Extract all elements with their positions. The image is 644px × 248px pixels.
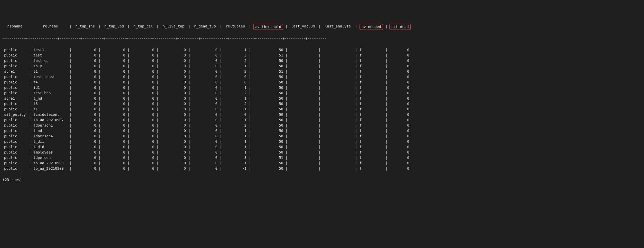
column-separator: | [68,80,73,85]
cell-last_vacuum [289,123,317,128]
column-separator: | [354,90,358,96]
table-row: public|id1|0|0|0|0|0|1|50|||f|0 [2,85,642,90]
cell-relname: id1 [32,85,68,90]
cell-n_tup_upd: 0 [102,160,126,166]
cell-nspname: public [2,107,28,112]
cell-n_live_tup: 0 [160,85,187,90]
table-row: sche1|t1|0|0|0|0|0|3|51|||f|0 [2,69,642,74]
cell-n_tup_del: 0 [131,150,155,155]
column-separator: | [28,112,32,117]
column-separator: | [126,112,131,117]
column-separator: | [155,160,160,166]
cell-n_dead_tup: 0 [192,166,219,171]
highlight-box: av_needed [359,24,383,30]
cell-n_dead_tup: 0 [192,150,219,155]
cell-relname: t_nd [32,96,68,101]
cell-reltuples: 0 [223,112,248,117]
cell-n_dead_tup: 0 [192,133,219,139]
column-separator: | [126,128,131,133]
cell-n_dead_tup: 0 [192,144,219,150]
column-separator: | [317,160,322,166]
column-separator: | [126,117,131,123]
table-row: public|t_dii|0|0|0|0|0|1|50|||f|0 [2,139,642,144]
column-separator: | [126,166,131,171]
column-separator: | [248,69,252,74]
column-separator: | [126,133,131,139]
cell-n_live_tup: 0 [160,63,187,69]
column-separator: | [126,90,131,96]
column-separator: | [284,90,289,96]
column-separator: | [68,123,73,128]
cell-av_needed: f [358,58,384,63]
column-separator: | [97,107,102,112]
column-separator: | [248,133,252,139]
table-row: public|tb_y|0|0|0|0|0|1|50|||f|0 [2,63,642,69]
table-row: public|test_up|0|0|0|0|0|2|50|||f|0 [2,58,642,63]
cell-pct_dead: 0 [389,80,411,85]
cell-n_live_tup: 0 [160,74,187,80]
cell-last_analyze [322,101,354,107]
column-separator: | [248,53,252,58]
column-separator: | [28,117,32,123]
cell-n_tup_del: 0 [131,47,155,53]
column-separator: | [354,107,358,112]
column-separator: | [28,123,32,128]
cell-reltuples: 1 [223,139,248,144]
cell-av_needed: f [358,85,384,90]
column-separator: | [284,128,289,133]
column-separator: | [28,74,32,80]
column-separator: | [68,160,73,166]
cell-n_live_tup: 0 [160,47,187,53]
header-divider: ------------+----------------+----------… [2,36,642,41]
cell-n_tup_ins: 0 [73,74,97,80]
cell-pct_dead: 0 [389,150,411,155]
cell-n_tup_upd: 0 [102,107,126,112]
column-separator: | [155,150,160,155]
header-n-dead-tup: n_dead_tup [192,24,219,30]
cell-n_live_tup: 0 [160,53,187,58]
column-separator: | [248,47,252,53]
cell-n_tup_upd: 0 [102,150,126,155]
cell-n_tup_ins: 0 [73,63,97,69]
column-separator: | [384,166,389,171]
cell-n_tup_upd: 0 [102,155,126,160]
column-separator: | [28,47,32,53]
cell-n_tup_del: 0 [131,123,155,128]
column-separator: | [187,47,192,53]
column-separator: | [155,117,160,123]
column-separator: | [354,69,358,74]
cell-av_threshold: 50 [252,123,284,128]
cell-av_needed: f [358,53,384,58]
column-separator: | [284,63,289,69]
cell-av_needed: f [358,166,384,171]
cell-n_tup_del: 0 [131,101,155,107]
column-separator: | [384,144,389,150]
cell-n_live_tup: 0 [160,160,187,166]
column-separator: | [219,74,223,80]
column-separator: | [187,53,192,58]
column-separator: | [155,123,160,128]
cell-n_dead_tup: 0 [192,90,219,96]
column-separator: | [384,80,389,85]
cell-n_tup_ins: 0 [73,117,97,123]
cell-n_live_tup: 0 [160,123,187,128]
column-separator: | [354,85,358,90]
column-separator: | [155,63,160,69]
table-body: public|test1|0|0|0|0|0|1|50|||f|0public|… [2,47,642,171]
column-separator: | [317,63,322,69]
cell-av_threshold: 50 [252,90,284,96]
cell-relname: t1 [32,107,68,112]
column-separator: | [284,139,289,144]
cell-relname: test_bbb [32,90,68,96]
cell-reltuples: 1 [223,85,248,90]
column-separator: | [219,150,223,155]
column-separator: | [317,150,322,155]
cell-last_vacuum [289,69,317,74]
cell-last_analyze [322,133,354,139]
cell-reltuples: 3 [223,69,248,74]
column-separator: | [155,74,160,80]
cell-n_live_tup: 0 [160,128,187,133]
cell-last_analyze [322,123,354,128]
cell-reltuples: 2 [223,101,248,107]
cell-n_live_tup: 0 [160,139,187,144]
